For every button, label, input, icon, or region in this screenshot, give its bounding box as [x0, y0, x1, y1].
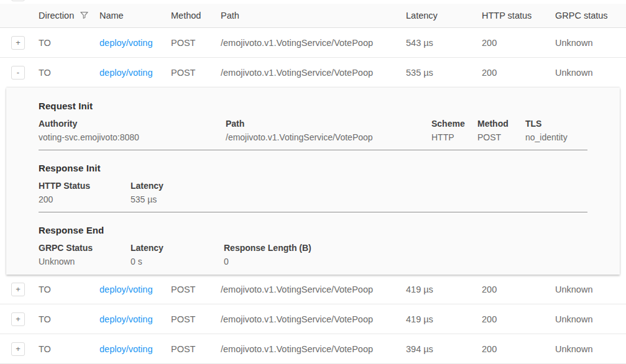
- column-header-method[interactable]: Method: [165, 11, 214, 20]
- table-row: + TO deploy/voting POST /emojivoto.v1.Vo…: [0, 304, 626, 334]
- path-field: Path /emojivoto.v1.VotingService/VotePoo…: [226, 119, 431, 142]
- http-status-cell: 200: [476, 284, 549, 294]
- method-cell: POST: [165, 344, 214, 354]
- latency-field: Latency 0 s: [131, 243, 224, 266]
- tls-field: TLS no_identity: [525, 119, 587, 142]
- method-cell: POST: [165, 284, 214, 294]
- path-cell: /emojivoto.v1.VotingService/VotePoop: [214, 284, 400, 294]
- request-init-heading: Request Init: [39, 100, 587, 112]
- collapse-row-button[interactable]: -: [11, 66, 25, 80]
- response-init-heading: Response Init: [39, 162, 587, 174]
- resource-link[interactable]: deploy/voting: [99, 68, 152, 78]
- response-length-field: Response Length (B) 0: [224, 243, 587, 266]
- latency-label: Latency: [131, 243, 218, 253]
- response-length-value: 0: [224, 257, 581, 266]
- response-init-fields: HTTP Status 200 Latency 535 µs: [39, 181, 587, 204]
- column-header-latency[interactable]: Latency: [400, 11, 476, 20]
- grpc-status-cell: Unknown: [549, 38, 626, 48]
- direction-cell: TO: [32, 314, 93, 324]
- scheme-label: Scheme: [431, 119, 471, 129]
- resource-link[interactable]: deploy/voting: [99, 284, 152, 294]
- expand-row-button[interactable]: +: [11, 342, 25, 356]
- http-status-field: HTTP Status 200: [39, 181, 131, 204]
- method-cell: POST: [165, 68, 214, 78]
- resource-link[interactable]: deploy/voting: [99, 314, 152, 324]
- request-init-fields: Authority voting-svc.emojivoto:8080 Path…: [39, 119, 587, 142]
- table-row: + TO deploy/voting POST /emojivoto.v1.Vo…: [0, 334, 626, 364]
- filter-funnel-icon[interactable]: [80, 11, 89, 22]
- method-field: Method POST: [477, 119, 525, 142]
- column-header-name[interactable]: Name: [93, 11, 165, 20]
- scheme-field: Scheme HTTP: [431, 119, 477, 142]
- latency-cell: 543 µs: [400, 38, 476, 48]
- path-cell: /emojivoto.v1.VotingService/VotePoop: [214, 344, 400, 354]
- resource-link[interactable]: deploy/voting: [99, 38, 152, 48]
- clipped-row-above: + TO deploy/voting POST /emojivoto.v1.Vo…: [0, 0, 626, 4]
- response-end-fields: GRPC Status Unknown Latency 0 s Response…: [39, 243, 587, 266]
- grpc-status-value: Unknown: [39, 257, 124, 266]
- expanded-detail-panel: Request Init Authority voting-svc.emojiv…: [6, 88, 620, 275]
- tls-label: TLS: [525, 119, 581, 129]
- grpc-status-cell: Unknown: [549, 284, 626, 294]
- http-status-value: 200: [39, 195, 124, 204]
- direction-header-label: Direction: [39, 11, 74, 20]
- table-row: + TO deploy/voting POST /emojivoto.v1.Vo…: [0, 275, 626, 304]
- method-value: POST: [477, 133, 519, 142]
- http-status-cell: 200: [476, 344, 549, 354]
- resource-link[interactable]: deploy/voting: [99, 344, 152, 354]
- path-cell: /emojivoto.v1.VotingService/VotePoop: [214, 314, 400, 324]
- method-cell: POST: [165, 314, 214, 324]
- authority-value: voting-svc.emojivoto:8080: [39, 133, 219, 142]
- http-status-label: HTTP Status: [39, 181, 124, 191]
- latency-field: Latency 535 µs: [131, 181, 224, 204]
- path-value: /emojivoto.v1.VotingService/VotePoop: [226, 133, 425, 142]
- grpc-status-cell: Unknown: [549, 314, 626, 324]
- tap-events-table: + TO deploy/voting POST /emojivoto.v1.Vo…: [0, 0, 626, 364]
- expand-row-button[interactable]: +: [11, 312, 25, 326]
- authority-label: Authority: [39, 119, 219, 129]
- direction-cell: TO: [32, 284, 93, 294]
- authority-field: Authority voting-svc.emojivoto:8080: [39, 119, 226, 142]
- scheme-value: HTTP: [431, 133, 471, 142]
- method-cell: POST: [165, 38, 214, 48]
- grpc-status-cell: Unknown: [549, 68, 626, 78]
- expand-row-button[interactable]: +: [11, 36, 25, 50]
- direction-cell: TO: [32, 344, 93, 354]
- section-divider: [39, 150, 587, 150]
- column-header-grpc-status[interactable]: GRPC status: [549, 11, 626, 20]
- table-row: + TO deploy/voting POST /emojivoto.v1.Vo…: [0, 28, 626, 58]
- path-cell: /emojivoto.v1.VotingService/VotePoop: [214, 68, 400, 78]
- http-status-cell: 200: [476, 314, 549, 324]
- column-header-http-status[interactable]: HTTP status: [476, 11, 549, 20]
- grpc-status-cell: Unknown: [549, 344, 626, 354]
- latency-label: Latency: [131, 181, 218, 191]
- latency-cell: 394 µs: [400, 344, 476, 354]
- latency-cell: 419 µs: [400, 284, 476, 294]
- expand-row-button[interactable]: +: [11, 283, 25, 296]
- http-status-cell: 200: [476, 68, 549, 78]
- http-status-cell: 200: [476, 38, 549, 48]
- table-row-expanded: - TO deploy/voting POST /emojivoto.v1.Vo…: [0, 58, 626, 88]
- latency-value: 535 µs: [131, 195, 218, 204]
- direction-cell: TO: [32, 38, 93, 48]
- expand-row-button: +: [11, 0, 25, 1]
- latency-cell: 419 µs: [400, 314, 476, 324]
- grpc-status-field: GRPC Status Unknown: [39, 243, 131, 266]
- path-label: Path: [226, 119, 425, 129]
- column-header-direction[interactable]: Direction: [32, 9, 93, 22]
- response-end-heading: Response End: [39, 224, 587, 236]
- tls-value: no_identity: [525, 133, 581, 142]
- section-divider: [39, 212, 587, 212]
- grpc-status-label: GRPC Status: [39, 243, 124, 253]
- response-length-label: Response Length (B): [224, 243, 581, 253]
- method-label: Method: [477, 119, 519, 129]
- direction-cell: TO: [32, 68, 93, 78]
- column-header-path[interactable]: Path: [214, 11, 400, 20]
- path-cell: /emojivoto.v1.VotingService/VotePoop: [214, 38, 400, 48]
- table-header: Direction Name Method Path Latency HTTP …: [0, 4, 626, 28]
- latency-value: 0 s: [131, 257, 218, 266]
- latency-cell: 535 µs: [400, 68, 476, 78]
